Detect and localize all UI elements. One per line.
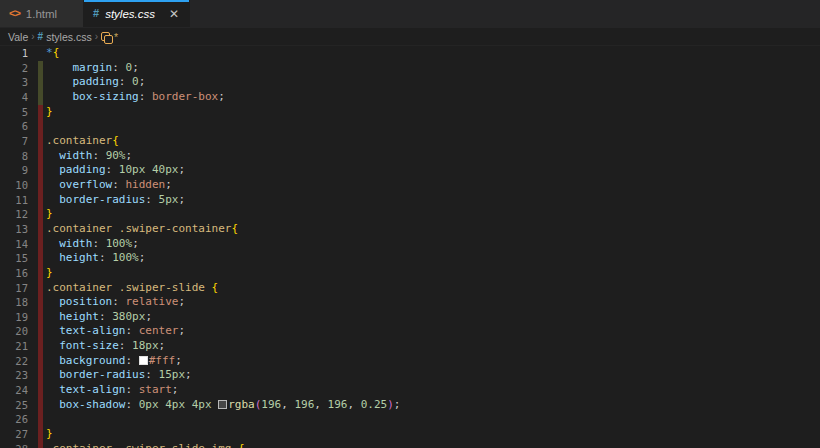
code-text: .container{ [46, 134, 119, 149]
code-text: overflow: hidden; [46, 178, 172, 193]
git-gutter-indicator [38, 134, 43, 149]
editor-tab-bar: <> 1.html # styles.css ✕ [0, 0, 820, 28]
line-number: 7 [0, 134, 28, 149]
line-number: 20 [0, 324, 28, 339]
code-line[interactable]: 12} [0, 207, 820, 222]
git-gutter-indicator [38, 266, 43, 281]
code-line[interactable]: 6 [0, 119, 820, 134]
code-line[interactable]: 28.container .swiper-slide img { [0, 442, 820, 448]
tab-label: 1.html [26, 8, 57, 20]
code-line[interactable]: 20 text-align: center; [0, 324, 820, 339]
code-line[interactable]: 21 font-size: 18px; [0, 339, 820, 354]
code-line[interactable]: 7.container{ [0, 134, 820, 149]
line-number: 26 [0, 412, 28, 427]
line-number: 19 [0, 310, 28, 325]
code-text: .container .swiper-slide { [46, 281, 218, 296]
line-number: 21 [0, 339, 28, 354]
code-line[interactable]: 24 text-align: start; [0, 383, 820, 398]
git-gutter-indicator [38, 310, 43, 325]
color-swatch[interactable] [218, 400, 227, 409]
git-gutter-indicator [38, 163, 43, 178]
code-text: width: 90%; [46, 149, 132, 164]
git-gutter-indicator [38, 90, 43, 105]
code-line[interactable]: 4 box-sizing: border-box; [0, 90, 820, 105]
line-number: 8 [0, 149, 28, 164]
line-number: 2 [0, 61, 28, 76]
code-line[interactable]: 27} [0, 427, 820, 442]
line-number: 28 [0, 442, 28, 448]
code-line[interactable]: 22 background: #fff; [0, 354, 820, 369]
code-text: } [46, 207, 53, 222]
code-text: width: 100%; [46, 237, 139, 252]
code-line[interactable]: 5} [0, 105, 820, 120]
git-gutter-indicator [38, 295, 43, 310]
code-line[interactable]: 3 padding: 0; [0, 75, 820, 90]
tab-1-html[interactable]: <> 1.html [0, 0, 84, 27]
tab-label: styles.css [105, 8, 155, 20]
code-line[interactable]: 23 border-radius: 15px; [0, 368, 820, 383]
code-text: text-align: center; [46, 324, 185, 339]
code-line[interactable]: 9 padding: 10px 40px; [0, 163, 820, 178]
git-gutter-indicator [38, 193, 43, 208]
git-gutter-indicator [38, 75, 43, 90]
line-number: 12 [0, 207, 28, 222]
code-text: border-radius: 15px; [46, 368, 192, 383]
code-line[interactable]: 18 position: relative; [0, 295, 820, 310]
line-number: 18 [0, 295, 28, 310]
close-icon[interactable]: ✕ [169, 8, 179, 20]
line-number: 4 [0, 90, 28, 105]
code-line[interactable]: 11 border-radius: 5px; [0, 193, 820, 208]
tab-styles-css[interactable]: # styles.css ✕ [84, 0, 190, 27]
chevron-right-icon: › [95, 31, 98, 42]
git-gutter-indicator [38, 149, 43, 164]
code-line[interactable]: 14 width: 100%; [0, 237, 820, 252]
code-line[interactable]: 26 [0, 412, 820, 427]
code-line[interactable]: 1*{ [0, 46, 820, 61]
code-text: margin: 0; [46, 61, 139, 76]
code-line[interactable]: 25 box-shadow: 0px 4px 4px rgba(196, 196… [0, 398, 820, 413]
git-gutter-indicator [38, 237, 43, 252]
css-file-icon: # [93, 8, 99, 19]
code-line[interactable]: 15 height: 100%; [0, 251, 820, 266]
code-editor[interactable]: 1*{2 margin: 0;3 padding: 0;4 box-sizing… [0, 46, 820, 448]
git-gutter-indicator [38, 324, 43, 339]
chevron-right-icon: › [31, 31, 34, 42]
code-line[interactable]: 19 height: 380px; [0, 310, 820, 325]
line-number: 13 [0, 222, 28, 237]
breadcrumb-file[interactable]: styles.css [46, 31, 92, 43]
git-gutter-indicator [38, 398, 43, 413]
git-gutter-indicator [38, 339, 43, 354]
git-gutter-indicator [38, 178, 43, 193]
git-gutter-indicator [38, 207, 43, 222]
git-gutter-indicator [38, 442, 43, 448]
line-number: 15 [0, 251, 28, 266]
code-text: box-shadow: 0px 4px 4px rgba(196, 196, 1… [46, 398, 400, 413]
code-line[interactable]: 13.container .swiper-container{ [0, 222, 820, 237]
git-gutter-indicator [38, 412, 43, 427]
git-gutter-indicator [38, 383, 43, 398]
line-number: 25 [0, 398, 28, 413]
color-swatch[interactable] [139, 356, 148, 365]
git-gutter-indicator [38, 119, 43, 134]
breadcrumb-folder[interactable]: Vale [8, 31, 28, 43]
line-number: 10 [0, 178, 28, 193]
line-number: 5 [0, 105, 28, 120]
code-line[interactable]: 8 width: 90%; [0, 149, 820, 164]
code-line[interactable]: 17.container .swiper-slide { [0, 281, 820, 296]
line-number: 16 [0, 266, 28, 281]
code-line[interactable]: 10 overflow: hidden; [0, 178, 820, 193]
breadcrumb-symbol[interactable]: * [114, 31, 118, 43]
breadcrumb: Vale › # styles.css › * [0, 28, 820, 46]
code-text: background: #fff; [46, 354, 182, 369]
code-text: .container .swiper-container{ [46, 222, 238, 237]
line-number: 23 [0, 368, 28, 383]
code-line[interactable]: 16} [0, 266, 820, 281]
line-number: 27 [0, 427, 28, 442]
code-text: text-align: start; [46, 383, 178, 398]
line-number: 14 [0, 237, 28, 252]
code-text: box-sizing: border-box; [46, 90, 225, 105]
code-text: } [46, 105, 53, 120]
line-number: 24 [0, 383, 28, 398]
code-line[interactable]: 2 margin: 0; [0, 61, 820, 76]
line-number: 3 [0, 75, 28, 90]
